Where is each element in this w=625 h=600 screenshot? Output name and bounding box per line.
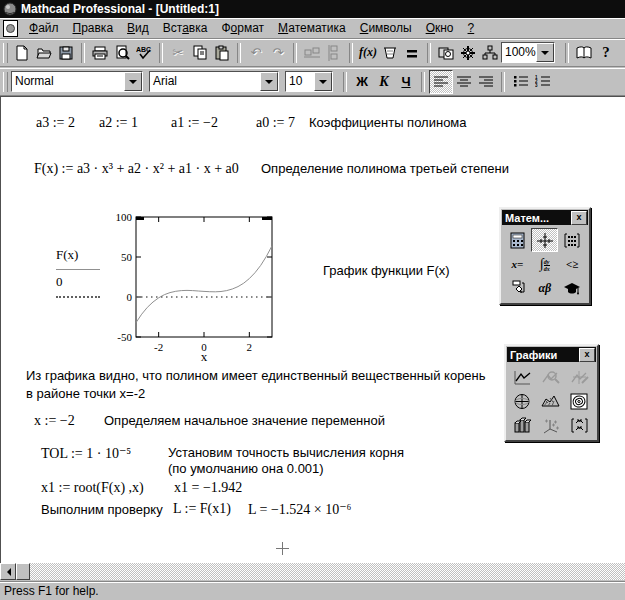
- bullet-list-button[interactable]: [509, 71, 531, 93]
- new-button[interactable]: [11, 42, 33, 64]
- programming-palette-button[interactable]: [504, 276, 531, 300]
- menu-help[interactable]: ?: [461, 19, 482, 37]
- matrix-palette-button[interactable]: [559, 228, 586, 252]
- undo-button[interactable]: ↶: [245, 42, 267, 64]
- redo-button[interactable]: ↷: [267, 42, 289, 64]
- menu-edit[interactable]: Правка: [66, 19, 121, 37]
- align-down-icon: [326, 45, 342, 61]
- align-center-button[interactable]: [453, 71, 475, 93]
- greek-palette-button[interactable]: αβ: [531, 276, 558, 300]
- math-region-x-def[interactable]: x := −2: [34, 413, 75, 429]
- math-region-a2[interactable]: a2 := 1: [99, 115, 138, 131]
- save-button[interactable]: [55, 42, 77, 64]
- math-region-x1-result[interactable]: x1 = −1.942: [174, 480, 242, 496]
- wizard-button[interactable]: [457, 42, 479, 64]
- math-region-L-def[interactable]: L := F(x1): [173, 501, 231, 517]
- math-region-a3[interactable]: a3 := 2: [36, 115, 75, 131]
- align-across-button[interactable]: [301, 42, 323, 64]
- calculator-palette-button[interactable]: [504, 228, 531, 252]
- zoom-dropdown-button[interactable]: [536, 43, 554, 62]
- copy-button[interactable]: [189, 42, 211, 64]
- paste-button[interactable]: [211, 42, 233, 64]
- graph-palette-button[interactable]: [531, 228, 558, 252]
- resource-center-button[interactable]: [573, 42, 595, 64]
- menu-math[interactable]: Математика: [271, 19, 353, 37]
- help-button[interactable]: ?: [595, 42, 617, 64]
- text-region-poly-comment[interactable]: Определение полинома третьей степени: [261, 161, 509, 176]
- math-region-L-result[interactable]: L = −1.524 × 10⁻⁶: [248, 501, 352, 518]
- zoom-combobox[interactable]: 100%: [501, 42, 555, 63]
- contour-plot-palette-button[interactable]: [566, 389, 593, 413]
- 3d-scatter-plot-palette-button[interactable]: [537, 413, 564, 437]
- style-combobox[interactable]: Normal: [11, 71, 143, 92]
- bold-button[interactable]: Ж: [351, 71, 373, 93]
- mathconnex-button[interactable]: [479, 42, 501, 64]
- math-region-poly-def[interactable]: F(x) := a3 · x³ + a2 · x² + a1 · x + a0: [34, 161, 239, 177]
- document-menu-icon[interactable]: [3, 20, 18, 37]
- math-region-a1[interactable]: a1 := −2: [171, 115, 218, 131]
- italic-button[interactable]: K: [373, 71, 395, 93]
- print-preview-button[interactable]: [111, 42, 133, 64]
- math-palette-titlebar[interactable]: Матем... x: [502, 210, 588, 225]
- evaluation-palette-button[interactable]: x=: [504, 252, 531, 276]
- align-right-button[interactable]: [475, 71, 497, 93]
- text-region-note-line1[interactable]: Из графика видно, что полином имеет един…: [26, 368, 486, 383]
- insert-component-button[interactable]: [435, 42, 457, 64]
- style-dropdown-button[interactable]: [124, 72, 142, 91]
- menu-window[interactable]: Окно: [419, 19, 461, 37]
- menu-file[interactable]: Файл: [22, 19, 66, 37]
- boolean-palette-button[interactable]: <≥: [559, 252, 586, 276]
- text-region-tol-comment1[interactable]: Установим точность вычисления корня: [168, 445, 404, 460]
- close-icon[interactable]: x: [579, 348, 595, 362]
- text-region-x-def-comment[interactable]: Определяем начальное значение переменной: [104, 413, 385, 428]
- text-region-tol-comment2[interactable]: (по умолчанию она 0.001): [168, 461, 324, 476]
- xy-plot-palette-button[interactable]: [509, 365, 536, 389]
- zoom-plot-palette-button[interactable]: [537, 365, 564, 389]
- horizontal-scrollbar[interactable]: [0, 563, 625, 580]
- worksheet[interactable]: a3 := 2 a2 := 1 a1 := −2 a0 := 7 Коэффиц…: [0, 96, 625, 563]
- open-button[interactable]: [33, 42, 55, 64]
- 3d-bar-plot-palette-button[interactable]: [509, 413, 536, 437]
- text-region-check-label[interactable]: Выполним проверку: [41, 502, 163, 517]
- toolbar-grip[interactable]: [3, 43, 8, 63]
- font-dropdown-button[interactable]: [260, 72, 278, 91]
- surface-plot-palette-button[interactable]: [537, 389, 564, 413]
- evaluate-button[interactable]: [401, 42, 423, 64]
- menu-format[interactable]: Формат: [214, 19, 271, 37]
- toolbar-separator: [293, 43, 297, 63]
- trace-plot-palette-button[interactable]: [566, 365, 593, 389]
- close-icon[interactable]: x: [571, 211, 587, 225]
- toolbar-grip[interactable]: [3, 72, 8, 92]
- text-region-note-line2[interactable]: в районе точки x=-2: [26, 386, 145, 401]
- menu-symbols[interactable]: Символы: [353, 19, 419, 37]
- xy-plot-svg[interactable]: -202100500-50x: [104, 209, 284, 365]
- print-button[interactable]: [89, 42, 111, 64]
- menu-view[interactable]: Вид: [120, 19, 156, 37]
- scrollbar-track[interactable]: [30, 563, 625, 580]
- text-region-graph-caption[interactable]: График функции F(x): [323, 263, 450, 278]
- align-left-button[interactable]: [429, 70, 453, 94]
- scroll-left-button[interactable]: [0, 563, 16, 580]
- numbered-list-button[interactable]: 123: [531, 71, 553, 93]
- math-region-x1-def[interactable]: x1 := root(F(x) ,x): [41, 480, 144, 496]
- size-dropdown-button[interactable]: [314, 72, 332, 91]
- align-down-button[interactable]: [323, 42, 345, 64]
- math-region-a0[interactable]: a0 := 7: [256, 115, 295, 131]
- underline-button[interactable]: Ч: [395, 71, 417, 93]
- check-spelling-button[interactable]: ABC: [133, 42, 155, 64]
- insert-unit-button[interactable]: [379, 42, 401, 64]
- scrollbar-thumb[interactable]: [16, 563, 30, 580]
- text-region-coeff-comment[interactable]: Коэффициенты полинома: [309, 115, 467, 130]
- font-combobox[interactable]: Arial: [149, 71, 279, 92]
- insert-function-button[interactable]: f(x): [357, 42, 379, 64]
- graph-palette-titlebar[interactable]: Графики x: [507, 347, 596, 362]
- font-size-combobox[interactable]: 10: [285, 71, 333, 92]
- calculus-palette-button[interactable]: ∫dydx: [531, 252, 558, 276]
- xy-plot-region[interactable]: F(x) 0 -202100500-50x: [56, 209, 288, 371]
- vector-field-plot-palette-button[interactable]: [566, 413, 593, 437]
- menu-insert[interactable]: Вставка: [156, 19, 215, 37]
- symbolic-palette-button[interactable]: [559, 276, 586, 300]
- cut-button[interactable]: ✂: [167, 42, 189, 64]
- polar-plot-palette-button[interactable]: [509, 389, 536, 413]
- math-region-tol-def[interactable]: TOL := 1 · 10⁻⁵: [41, 445, 131, 462]
